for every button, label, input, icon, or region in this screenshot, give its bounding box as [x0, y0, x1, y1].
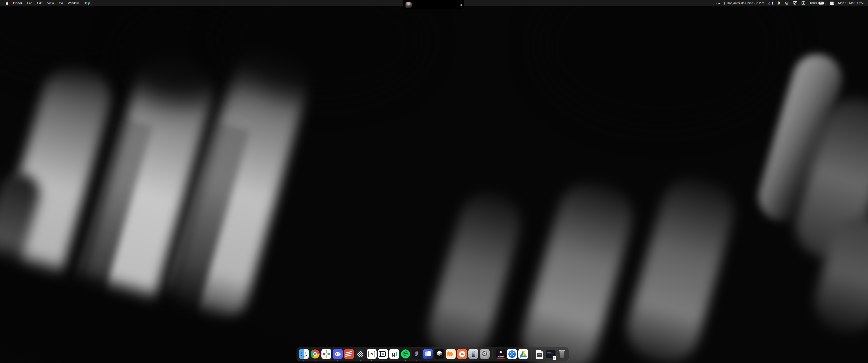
1password-icon [507, 349, 517, 359]
menu-view[interactable]: View [45, 1, 56, 5]
dock-item-grammarly[interactable]: g [389, 349, 399, 361]
menu-bar-left: Finder File Edit View Go Window Help [0, 1, 92, 5]
menu-go[interactable]: Go [56, 1, 65, 5]
postman-icon [457, 349, 467, 359]
finder-icon [299, 349, 309, 359]
dock-item-todoist[interactable] [344, 349, 354, 361]
dock: N 10 g [297, 347, 569, 361]
dock-item-raycast[interactable]: raycast [496, 349, 506, 361]
grammarly-icon: g [389, 349, 399, 359]
wallpaper-streak [515, 174, 640, 363]
dock-item-postman[interactable] [457, 349, 467, 361]
dock-item-minimized-window[interactable]: 11 [546, 349, 556, 361]
notion-calendar-icon: 10 [378, 349, 388, 359]
screen-studio-icon [423, 349, 433, 359]
running-indicator [315, 360, 315, 361]
todoist-icon [344, 349, 354, 359]
dock-item-postgres[interactable] [446, 349, 456, 361]
dock-item-notion-calendar[interactable]: 10 [378, 349, 388, 361]
menu-help[interactable]: Help [81, 1, 92, 5]
dock-item-chrome[interactable] [310, 349, 320, 361]
menu-bar-status: ••• Dar jantar do Chico · in 2 m g [716, 1, 868, 5]
dock-item-slack[interactable] [321, 349, 331, 361]
control-center-icon [830, 2, 834, 5]
event-bar-icon [724, 2, 725, 5]
dock-item-discord[interactable] [333, 349, 343, 361]
notion-glyph: N [368, 351, 375, 357]
menu-file[interactable]: File [25, 1, 35, 5]
status-screen-mirroring[interactable] [793, 1, 797, 5]
status-clock[interactable]: Mon 10 Mar 17:58 [838, 1, 864, 5]
chrome-icon [310, 349, 320, 359]
running-indicator [303, 360, 304, 361]
google-drive-icon [518, 349, 528, 359]
status-control-center[interactable] [830, 2, 834, 5]
running-indicator [462, 360, 463, 361]
dock-item-finder[interactable] [299, 349, 309, 361]
dock-item-screen-studio[interactable] [423, 349, 433, 361]
dock-item-spline[interactable] [434, 349, 444, 361]
raycast-icon: raycast [496, 349, 506, 359]
minimized-window-thumbnail: 11 [546, 349, 556, 359]
running-indicator [428, 360, 429, 361]
dock-item-google-drive[interactable] [518, 349, 528, 361]
running-indicator [360, 360, 361, 361]
dock-item-system-settings[interactable]: ⚙ [480, 349, 490, 361]
dock-item-1password[interactable] [507, 349, 517, 361]
figma-icon [412, 349, 422, 359]
apple-icon [6, 1, 8, 5]
dock-item-document[interactable] [534, 349, 544, 361]
battery-icon [818, 2, 824, 4]
notion-icon: N [367, 349, 377, 359]
battery-cap [825, 2, 826, 4]
status-shape-app[interactable] [785, 1, 789, 5]
clock-date: Mon 10 Mar [838, 1, 855, 5]
audio-visualizer-icon [459, 3, 462, 6]
asterisk-icon [777, 1, 781, 5]
clock-time: 17:58 [857, 1, 864, 5]
dock-item-figma[interactable] [412, 349, 422, 361]
status-1password[interactable] [802, 1, 805, 5]
desktop-wallpaper [0, 0, 868, 363]
trash-icon [557, 349, 567, 359]
grammarly-glyph: g [392, 351, 396, 357]
running-indicator [371, 360, 372, 361]
wallpaper-streak [620, 170, 741, 363]
status-calendar-event[interactable]: Dar jantar do Chico · in 2 m [724, 1, 764, 5]
raycast-label: raycast [496, 355, 506, 357]
spline-icon [434, 349, 444, 359]
calendar-date-glyph: 10 [380, 351, 385, 357]
slack-icon [321, 349, 331, 359]
status-battery[interactable]: 100% [810, 1, 826, 5]
menu-window[interactable]: Window [65, 1, 81, 5]
running-indicator [337, 360, 338, 361]
pentagon-icon [785, 1, 789, 5]
dock-item-linear[interactable] [355, 349, 365, 361]
dock-item-trash[interactable] [557, 349, 567, 361]
apple-menu[interactable] [4, 1, 10, 5]
system-settings-icon: ⚙ [480, 349, 490, 359]
postgres-icon [446, 349, 456, 359]
event-text: Dar jantar do Chico · in 2 m [727, 1, 764, 5]
gear-icon: ⚙ [481, 350, 488, 357]
status-overflow-dots[interactable]: ••• [716, 1, 720, 5]
dock-item-notion[interactable]: N [367, 349, 377, 361]
dock-item-iphone-mirroring[interactable] [468, 349, 478, 361]
notch-media-player[interactable] [403, 0, 464, 9]
grammarly-cursor [396, 352, 397, 356]
status-asterisk[interactable] [777, 1, 781, 5]
running-indicator [416, 360, 417, 361]
running-indicator [405, 360, 406, 361]
running-indicator [382, 360, 383, 361]
battery-percent: 100% [810, 1, 817, 5]
1password-keyhole-icon [802, 1, 805, 5]
discord-icon [333, 349, 343, 359]
dock-item-spotify[interactable] [401, 349, 410, 361]
menu-app-name[interactable]: Finder [10, 1, 25, 5]
wallpaper-shadow [538, 0, 786, 127]
menu-edit[interactable]: Edit [35, 1, 45, 5]
calendar-badge: 11 [553, 356, 556, 360]
linear-icon [355, 349, 365, 359]
status-grammarly[interactable]: g [769, 1, 773, 5]
spotify-icon [401, 349, 410, 359]
